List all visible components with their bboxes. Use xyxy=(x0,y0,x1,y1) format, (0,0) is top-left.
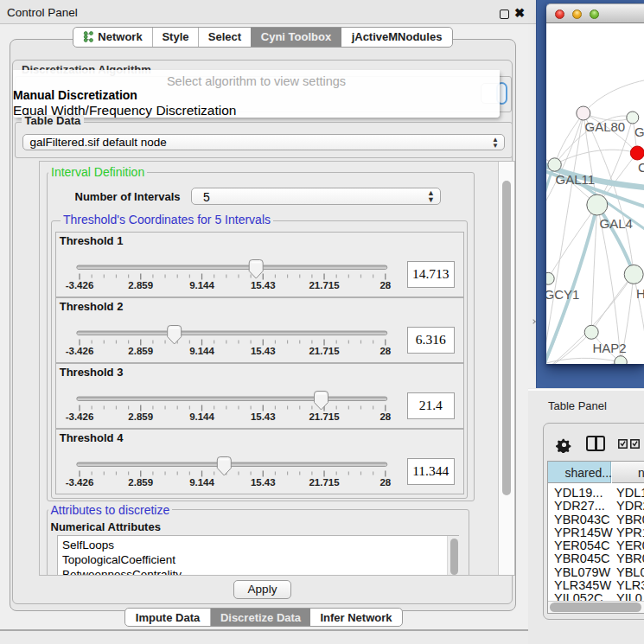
svg-text:HAP2: HAP2 xyxy=(593,341,627,355)
svg-text:28: 28 xyxy=(379,477,391,488)
svg-text:9.144: 9.144 xyxy=(189,280,214,290)
svg-text:9.144: 9.144 xyxy=(189,411,214,422)
svg-text:9.144: 9.144 xyxy=(189,477,214,488)
svg-text:GAL11: GAL11 xyxy=(556,172,596,187)
svg-text:GA: GA xyxy=(634,124,644,139)
svg-text:15.43: 15.43 xyxy=(251,346,276,356)
svg-text:GAL80: GAL80 xyxy=(585,119,626,134)
svg-text:-3.426: -3.426 xyxy=(65,346,93,356)
svg-text:-3.426: -3.426 xyxy=(65,477,93,488)
svg-text:15.43: 15.43 xyxy=(251,280,276,290)
svg-text:21.715: 21.715 xyxy=(309,411,340,422)
svg-text:2.859: 2.859 xyxy=(128,346,153,356)
svg-text:28: 28 xyxy=(379,280,391,290)
svg-text:28: 28 xyxy=(379,411,391,422)
svg-text:15.43: 15.43 xyxy=(251,411,276,422)
svg-text:15.43: 15.43 xyxy=(251,477,276,488)
svg-text:H: H xyxy=(636,286,644,301)
svg-text:-3.426: -3.426 xyxy=(65,411,93,422)
svg-text:21.715: 21.715 xyxy=(309,346,340,356)
svg-text:9.144: 9.144 xyxy=(189,346,214,356)
svg-text:21.715: 21.715 xyxy=(309,280,340,290)
svg-text:2.859: 2.859 xyxy=(128,280,153,290)
svg-text:2.859: 2.859 xyxy=(128,411,153,422)
svg-text:GAL4: GAL4 xyxy=(600,216,633,231)
svg-text:-3.426: -3.426 xyxy=(65,280,93,290)
svg-text:C: C xyxy=(638,160,644,175)
svg-text:2.859: 2.859 xyxy=(128,477,153,488)
svg-text:21.715: 21.715 xyxy=(309,477,340,488)
svg-text:28: 28 xyxy=(379,346,391,356)
svg-text:GCY1: GCY1 xyxy=(546,287,579,302)
